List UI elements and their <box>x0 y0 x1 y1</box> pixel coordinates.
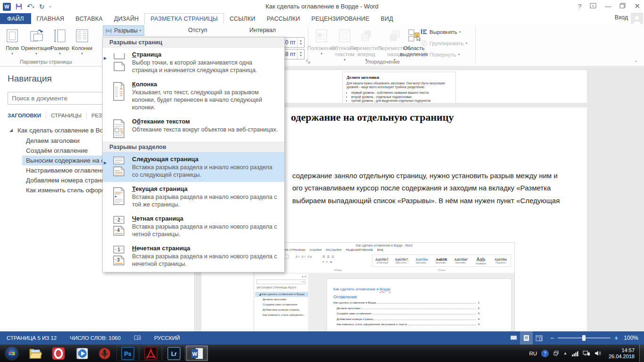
ribbon-tab-4[interactable]: ДИЗАЙН <box>108 13 145 24</box>
svg-text:2: 2 <box>117 217 120 222</box>
minimize-icon[interactable]: — <box>605 3 611 10</box>
ribbon-tab-1[interactable]: ФАЙЛ <box>0 13 31 24</box>
bring-forward-icon <box>360 27 372 44</box>
taskbar-app-media-player[interactable] <box>70 346 92 361</box>
word-count[interactable]: ЧИСЛО СЛОВ: 1060 <box>63 331 127 345</box>
breaks-menu-item-description: Вставка разрыва раздела и начало нового … <box>132 164 279 179</box>
nav-tab-1[interactable]: ЗАГОЛОВКИ <box>8 113 46 118</box>
breaks-button[interactable]: Разрывы ▾ <box>103 25 144 36</box>
avatar[interactable] <box>631 13 643 24</box>
send-backward-icon <box>388 27 401 44</box>
page-setup-button-4[interactable]: Колонки▾ <box>70 25 94 65</box>
breaks-menu-item-2-4[interactable]: 13Нечетная страницаВставка разрыва разде… <box>103 241 284 271</box>
taskbar: PsLrW RU ? ▲ 14:57 26.04.2018 <box>0 345 644 362</box>
active-item-marker-icon: ▶ <box>104 56 107 60</box>
language-indicator[interactable]: РУССКИЙ <box>148 331 187 345</box>
svg-text:1: 1 <box>117 247 120 252</box>
group-icon <box>421 40 428 47</box>
ribbon-tab-5[interactable]: РАЗМЕТКА СТРАНИЦЫ <box>144 13 224 24</box>
rotate-icon <box>421 51 428 58</box>
embedded-image-bullet-1: первый уровень - собственно название ваш… <box>351 91 452 95</box>
breaks-menu-item-title: Страница <box>132 51 279 58</box>
taskbar-app-opera[interactable] <box>47 346 69 361</box>
close-icon[interactable]: ✕ <box>634 2 640 10</box>
web-layout-icon[interactable] <box>533 331 545 345</box>
taskbar-app-acrobat[interactable] <box>140 346 162 361</box>
breaks-icon <box>105 28 112 34</box>
inner-nav-item-5: Как изменить стиль оформлен... <box>255 313 308 318</box>
collapse-triangle-icon: ◢ <box>9 128 13 132</box>
breaks-menu-item-2-1[interactable]: ▶Следующая страницаВставка разрыва разде… <box>103 152 284 182</box>
zoom-in-icon[interactable]: + <box>614 334 618 342</box>
proofing-status-icon[interactable] <box>127 331 148 345</box>
collapse-ribbon-icon[interactable]: ⌃ <box>634 60 638 65</box>
ribbon: Разрывы ▾ Отступ Интервал 0 пт▲▼ 8 пт▲▼ … <box>0 24 644 66</box>
breaks-menu-item-2-2[interactable]: Текущая страницаВставка разрыва раздела … <box>103 182 284 212</box>
ribbon-display-options-icon[interactable] <box>590 3 596 10</box>
zoom-slider[interactable]: − + <box>545 334 623 342</box>
embedded-screenshot-toc[interactable]: Как сделать оглавление в Ворде - Word ДИ… <box>254 242 515 331</box>
breaks-menu-item-2-3[interactable]: 24Четная страницаВставка разрыва раздела… <box>103 212 284 241</box>
navigation-pane-title: Навигация <box>8 74 52 84</box>
inner-ribbon-tab-6: ВИД <box>377 248 383 251</box>
page-setup-button-3[interactable]: Размер▾ <box>51 25 69 65</box>
inner-style-7: АаБбВвПодзагол <box>491 255 511 266</box>
zoom-out-icon[interactable]: − <box>550 334 554 342</box>
title-bar: W ↶▾ ↻ ▿ Как сделать оглавление в Ворде … <box>0 0 644 13</box>
clock[interactable]: 14:57 26.04.2018 <box>606 347 637 360</box>
wrap-text-icon <box>339 27 351 44</box>
signal-icon[interactable] <box>571 351 578 356</box>
chevron-down-icon: ▾ <box>321 52 322 56</box>
inner-toc-entry-2: Делаем заголовки2 <box>333 307 479 313</box>
embedded-image-paragraph: Для начала нужно обозначить заголовки. О… <box>347 82 446 89</box>
breaks-menu-item-1-3[interactable]: Обтекание текстомОбтекание текста вокруг… <box>103 115 284 142</box>
window-tray-icon[interactable] <box>553 350 559 356</box>
sign-in-link[interactable]: Вход <box>615 14 628 21</box>
align-icon <box>421 28 428 36</box>
nav-tab-2[interactable]: СТРАНИЦЫ <box>46 113 86 118</box>
ribbon-tab-8[interactable]: РЕЦЕНЗИРОВАНИЕ <box>305 13 375 24</box>
arrange-button-3: Переместить вперед▾ <box>351 25 382 65</box>
document-body-line-2: ого устанавливаем курсор после содержани… <box>292 184 551 192</box>
inner-nav-controls: ▾ ✕ <box>302 275 306 278</box>
breaks-menu-item-1-1[interactable]: ▶СтраницаВыбор точки, в которой заканчив… <box>103 48 284 77</box>
network-icon[interactable] <box>583 350 590 356</box>
ribbon-tab-9[interactable]: ВИД <box>375 13 398 24</box>
page-indicator[interactable]: СТРАНИЦА 5 ИЗ 12 <box>0 331 63 345</box>
read-mode-icon[interactable] <box>507 331 520 345</box>
arrange-small-button-1[interactable]: Выровнять▾ <box>421 27 461 37</box>
volume-icon[interactable] <box>594 350 602 356</box>
print-layout-icon[interactable] <box>520 331 533 345</box>
taskbar-app-explorer[interactable] <box>24 346 46 361</box>
embedded-screenshot-headings[interactable]: Делаем заголовки Для начала нужно обозна… <box>342 72 456 103</box>
help-icon[interactable]: ? <box>578 3 581 10</box>
start-button[interactable] <box>0 345 24 362</box>
zoom-percentage[interactable]: 100% <box>623 335 644 341</box>
taskbar-app-photoshop[interactable]: Ps <box>116 346 139 361</box>
break-page-icon <box>106 51 132 74</box>
break-textwrap-icon <box>106 118 132 139</box>
breaks-menu-item-1-2[interactable]: КолонкаУказывает, что текст, следующий з… <box>103 77 284 115</box>
zoom-slider-thumb[interactable] <box>582 335 586 341</box>
ribbon-tab-3[interactable]: ВСТАВКА <box>70 13 108 24</box>
restore-icon[interactable] <box>619 3 626 10</box>
page-setup-button-2[interactable]: Ориентация▾ <box>23 25 50 65</box>
show-desktop-button[interactable] <box>639 345 644 362</box>
help-tray-icon[interactable]: ? <box>541 350 549 357</box>
taskbar-app-lightroom[interactable]: Lr <box>163 346 185 361</box>
ribbon-tab-2[interactable]: ГЛАВНАЯ <box>31 13 70 24</box>
spacing-column-header: Интервал <box>249 27 276 33</box>
chevron-down-icon: ▾ <box>459 30 461 34</box>
document-heading: одержание на отдельную страницу <box>291 111 454 123</box>
ribbon-tab-7[interactable]: РАССЫЛКИ <box>261 13 306 24</box>
inner-nav-item-3: Создаём само оглавление <box>255 302 308 307</box>
inner-ribbon-tab-4: РАССЫЛКИ <box>326 248 341 251</box>
hidden-icons-icon[interactable]: ▲ <box>563 351 567 355</box>
taskbar-app-word[interactable]: W <box>186 346 208 361</box>
break-even-page-icon: 24 <box>106 215 132 238</box>
page-setup-button-1[interactable]: Поля▾ <box>3 25 22 65</box>
inner-nav-item-2: Делаем заголовки <box>255 297 308 302</box>
taskbar-app-recorder[interactable] <box>93 346 116 361</box>
ribbon-tab-6[interactable]: ССЫЛКИ <box>224 13 261 24</box>
language-tray-indicator[interactable]: RU <box>529 351 537 356</box>
